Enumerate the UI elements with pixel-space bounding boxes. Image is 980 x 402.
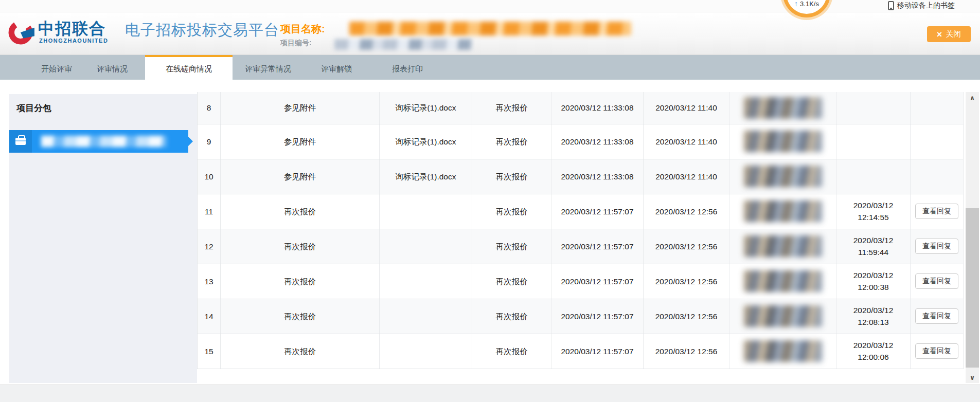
reply-time-cell [836, 124, 911, 159]
scrollbar-thumb[interactable] [966, 208, 979, 368]
project-code-label: 项目编号: [280, 39, 312, 48]
deadline-cell: 2020/03/12 12:56 [644, 229, 729, 264]
tab-在线磋商情况[interactable]: 在线磋商情况 [145, 55, 233, 80]
deadline-cell: 2020/03/12 12:56 [644, 334, 729, 369]
deadline-cell: 2020/03/12 11:40 [644, 124, 729, 159]
mobile-phone-icon [888, 1, 894, 10]
send-time-cell: 2020/03/12 11:33:08 [551, 124, 644, 159]
mobile-bookmarks-folder[interactable]: 移动设备上的书签 [888, 1, 955, 10]
supplier-cell [729, 159, 836, 194]
table-row: 14再次报价再次报价2020/03/12 11:57:072020/03/12 … [198, 299, 964, 334]
view-reply-button[interactable]: 查看回复 [915, 239, 958, 254]
tab-评审异常情况[interactable]: 评审异常情况 [233, 55, 304, 80]
table-row: 13再次报价再次报价2020/03/12 11:57:072020/03/12 … [198, 264, 964, 299]
attachment-cell [380, 334, 472, 369]
supplier-cell [729, 92, 836, 124]
platform-title: 电子招标投标交易平台 [125, 20, 279, 41]
row-number-cell: 9 [198, 124, 221, 159]
tab-开始评审[interactable]: 开始评审 [29, 55, 84, 80]
tab-评审解锁[interactable]: 评审解锁 [309, 55, 364, 80]
supplier-cell [729, 334, 836, 369]
upload-arrow-icon: ↑ [794, 0, 798, 8]
view-reply-button[interactable]: 查看回复 [915, 308, 958, 324]
tab-报表打印[interactable]: 报表打印 [380, 55, 435, 80]
send-time-cell: 2020/03/12 11:33:08 [551, 159, 644, 194]
sidebar-item-package[interactable] [9, 130, 188, 153]
deadline-cell: 2020/03/12 11:40 [644, 92, 729, 124]
row-number-cell: 11 [198, 194, 221, 229]
view-reply-button[interactable]: 查看回复 [915, 343, 958, 359]
redacted-supplier-name [744, 97, 822, 119]
attachment-cell: 询标记录(1).docx [380, 92, 472, 124]
method-cell: 再次报价 [472, 124, 551, 159]
reply-time-cell [836, 92, 911, 124]
table-row: 9参见附件询标记录(1).docx再次报价2020/03/12 11:33:08… [198, 124, 964, 159]
redacted-supplier-name [744, 340, 822, 362]
content-cell: 参见附件 [221, 92, 380, 124]
mobile-bookmarks-label: 移动设备上的书签 [897, 1, 955, 10]
content-cell: 再次报价 [221, 334, 380, 369]
send-time-cell: 2020/03/12 11:57:07 [551, 299, 644, 334]
attachment-cell [380, 229, 472, 264]
close-button-label: 关闭 [946, 29, 961, 39]
redacted-package-name [41, 136, 167, 147]
supplier-cell [729, 264, 836, 299]
method-cell: 再次报价 [472, 334, 551, 369]
view-reply-button[interactable]: 查看回复 [915, 273, 958, 289]
close-button[interactable]: × 关闭 [927, 26, 971, 42]
content-cell: 再次报价 [221, 194, 380, 229]
action-cell [911, 124, 964, 159]
app-window: 移动设备上的书签 ↑ 3.1K/s 中招联合 ZHONGZHAOUNITED 电… [0, 0, 980, 402]
supplier-cell [729, 299, 836, 334]
reply-time-cell: 2020/03/12 12:14:55 [836, 194, 911, 229]
table-row: 15再次报价再次报价2020/03/12 11:57:072020/03/12 … [198, 334, 964, 369]
scroll-down-icon[interactable]: ∨ [966, 373, 979, 382]
deadline-cell: 2020/03/12 12:56 [644, 194, 729, 229]
briefcase-icon [15, 138, 26, 145]
action-cell: 查看回复 [911, 229, 964, 264]
redacted-project-code [334, 39, 472, 50]
browser-bookmark-bar: 移动设备上的书签 [0, 0, 980, 12]
attachment-cell [380, 194, 472, 229]
briefcase-icon-section [9, 130, 32, 153]
method-cell: 再次报价 [472, 299, 551, 334]
table-row: 12再次报价再次报价2020/03/12 11:57:072020/03/12 … [198, 229, 964, 264]
send-time-cell: 2020/03/12 11:33:08 [551, 92, 644, 124]
content-cell: 参见附件 [221, 124, 380, 159]
action-cell: 查看回复 [911, 194, 964, 229]
method-cell: 再次报价 [472, 159, 551, 194]
consultation-table: 8参见附件询标记录(1).docx再次报价2020/03/12 11:33:08… [197, 92, 964, 369]
upload-speed-value: 3.1K/s [800, 0, 819, 8]
reply-time-cell: 2020/03/12 12:08:13 [836, 299, 911, 334]
method-cell: 再次报价 [472, 229, 551, 264]
attachment-cell [380, 299, 472, 334]
table-body: 8参见附件询标记录(1).docx再次报价2020/03/12 11:33:08… [198, 92, 964, 369]
sidebar-title: 项目分包 [16, 102, 51, 114]
row-number-cell: 8 [198, 92, 221, 124]
redacted-supplier-name [744, 131, 822, 152]
reply-time-cell: 2020/03/12 12:00:06 [836, 334, 911, 369]
action-cell: 查看回复 [911, 299, 964, 334]
reply-time-cell [836, 159, 911, 194]
attachment-cell [380, 264, 472, 299]
content-cell: 再次报价 [221, 264, 380, 299]
content-area: 项目分包 8参见附件询标记录(1).docx再次报价2020/03/12 11:… [0, 80, 980, 385]
tab-评审情况[interactable]: 评审情况 [84, 55, 140, 80]
row-number-cell: 10 [198, 159, 221, 194]
view-reply-button[interactable]: 查看回复 [915, 204, 958, 219]
vertical-scrollbar[interactable]: ∧ ∨ [966, 92, 979, 383]
redacted-supplier-name [744, 166, 822, 187]
row-number-cell: 15 [198, 334, 221, 369]
attachment-cell: 询标记录(1).docx [380, 124, 472, 159]
page-footer [0, 385, 980, 402]
page-header: 中招联合 ZHONGZHAOUNITED 电子招标投标交易平台 项目名称: 项目… [0, 13, 980, 55]
redacted-supplier-name [744, 200, 822, 222]
action-cell: 查看回复 [911, 334, 964, 369]
redacted-supplier-name [744, 270, 822, 292]
deadline-cell: 2020/03/12 11:40 [644, 159, 729, 194]
supplier-cell [729, 194, 836, 229]
supplier-cell [729, 229, 836, 264]
send-time-cell: 2020/03/12 11:57:07 [551, 334, 644, 369]
scroll-up-icon[interactable]: ∧ [966, 93, 979, 102]
tab-bar: 开始评审评审情况在线磋商情况评审异常情况评审解锁报表打印 [0, 55, 980, 80]
